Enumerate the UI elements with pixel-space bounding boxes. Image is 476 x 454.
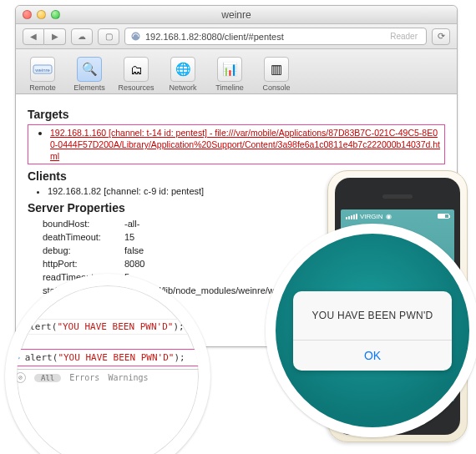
address-bar: ◀ ▶ ☁ ▢ 192.168.1.82:8080/client/#pentes…	[16, 24, 457, 49]
resources-icon: 🗂	[124, 57, 149, 82]
reader-button[interactable]: Reader	[387, 32, 421, 41]
console-icon: ▥	[264, 57, 289, 82]
remote-icon: weinre	[30, 57, 55, 82]
devtools-toolbar: weinreRemote 🔍Elements 🗂Resources 🌐Netwo…	[16, 49, 457, 94]
elements-icon: 🔍	[77, 57, 102, 82]
tab-timeline[interactable]: 📊Timeline	[208, 57, 251, 92]
tab-remote[interactable]: weinreRemote	[21, 57, 64, 92]
filter-all-pill[interactable]: All	[34, 374, 61, 382]
window-title: weinre	[221, 9, 251, 21]
url-text: 192.168.1.82:8080/client/#pentest	[145, 32, 382, 42]
alert-message: YOU HAVE BEEN PWN'D	[293, 291, 452, 340]
carrier-label: VIRGIN	[360, 213, 383, 220]
reload-button[interactable]: ⟳	[432, 28, 450, 45]
tab-resources[interactable]: 🗂Resources	[114, 57, 158, 92]
prop-httpport: 8080	[124, 258, 144, 271]
icloud-tabs-button[interactable]: ☁	[71, 28, 93, 45]
filter-errors[interactable]: Errors	[69, 373, 99, 382]
url-field[interactable]: 192.168.1.82:8080/client/#pentest Reader	[124, 28, 427, 45]
clear-console-icon[interactable]: ⊘	[15, 372, 26, 383]
tab-elements[interactable]: 🔍Elements	[68, 57, 111, 92]
prop-boundhost: -all-	[124, 218, 139, 231]
status-bar: VIRGIN ◉	[341, 209, 454, 223]
tab-console[interactable]: ▥Console	[255, 57, 298, 92]
console-line-highlighted[interactable]: ›alert("YOU HAVE BEEN PWN'D");	[10, 349, 210, 366]
battery-icon	[438, 214, 449, 219]
console-line: ›alert("YOU HAVE BEEN PWN'D");	[10, 319, 210, 334]
forward-button[interactable]: ▶	[44, 28, 66, 45]
back-button[interactable]: ◀	[23, 28, 44, 45]
prop-debug: false	[124, 245, 144, 258]
signal-icon	[346, 214, 357, 219]
console-line-output	[10, 334, 210, 349]
minimize-icon[interactable]	[37, 10, 46, 19]
window-titlebar: weinre	[16, 6, 457, 24]
traffic-lights	[23, 10, 60, 19]
targets-heading: Targets	[28, 108, 445, 121]
phone-magnifier: YOU HAVE BEEN PWN'D OK	[266, 224, 476, 437]
prop-deathtimeout: 15	[124, 231, 134, 245]
prompt-icon: ›	[16, 352, 22, 363]
svg-text:weinre: weinre	[34, 68, 50, 73]
wifi-icon: ◉	[386, 213, 392, 220]
targets-box: 192.168.1.160 [channel: t-14 id: pentest…	[28, 124, 445, 164]
tab-network[interactable]: 🌐Network	[161, 57, 205, 92]
network-icon: 🌐	[170, 57, 195, 82]
site-icon	[130, 32, 140, 42]
console-footer: ⊘ All Errors Warnings	[10, 369, 210, 386]
speaker-icon	[382, 194, 413, 199]
alert-ok-button[interactable]: OK	[293, 340, 452, 371]
timeline-icon: 📊	[217, 57, 242, 82]
target-link[interactable]: 192.168.1.160 [channel: t-14 id: pentest…	[50, 128, 440, 161]
alert-dialog: YOU HAVE BEEN PWN'D OK	[293, 291, 452, 371]
close-icon[interactable]	[23, 10, 32, 19]
filter-warnings[interactable]: Warnings	[108, 373, 148, 382]
zoom-icon[interactable]	[51, 10, 60, 19]
nav-buttons: ◀ ▶	[23, 28, 66, 45]
share-button[interactable]: ▢	[98, 28, 119, 45]
